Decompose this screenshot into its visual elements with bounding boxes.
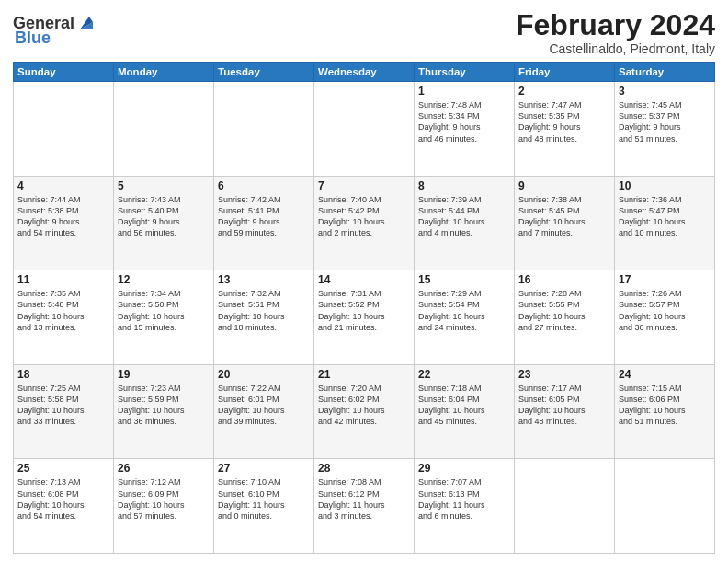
week-row-4: 18Sunrise: 7:25 AMSunset: 5:58 PMDayligh… [14,364,715,459]
cell-info: Sunset: 6:09 PM [118,488,210,500]
cell-info: Sunset: 6:12 PM [318,488,410,500]
cell-info: Daylight: 9 hours [218,216,310,227]
calendar-cell: 6Sunrise: 7:42 AMSunset: 5:41 PMDaylight… [214,176,314,270]
cell-info: and 42 minutes. [318,416,410,427]
cell-info: Sunset: 6:13 PM [418,488,510,500]
day-number: 21 [318,368,410,381]
cell-info: Daylight: 10 hours [518,311,610,322]
cell-info: and 59 minutes. [218,227,310,238]
cell-info: Sunset: 6:04 PM [418,394,510,405]
cell-info: Sunrise: 7:47 AM [518,99,610,110]
cell-info: Daylight: 9 hours [619,121,711,132]
cell-info: Daylight: 10 hours [318,311,410,322]
cell-info: Sunset: 5:44 PM [418,205,510,216]
cell-info: and 30 minutes. [619,322,711,333]
calendar-cell: 18Sunrise: 7:25 AMSunset: 5:58 PMDayligh… [14,364,114,459]
cell-info: Sunset: 6:06 PM [619,394,711,405]
day-number: 7 [318,179,410,192]
cell-info: and 45 minutes. [418,416,510,427]
cell-info: Daylight: 10 hours [518,216,610,227]
cell-info: Sunset: 5:57 PM [619,299,711,310]
calendar-cell: 12Sunrise: 7:34 AMSunset: 5:50 PMDayligh… [114,270,214,365]
calendar-cell: 2Sunrise: 7:47 AMSunset: 5:35 PMDaylight… [515,82,615,177]
cell-info: Sunset: 5:47 PM [619,205,711,216]
calendar-cell: 23Sunrise: 7:17 AMSunset: 6:05 PMDayligh… [515,364,615,459]
cell-info: and 46 minutes. [418,133,510,144]
title-block: February 2024 Castellinaldo, Piedmont, I… [516,9,715,56]
calendar-cell: 3Sunrise: 7:45 AMSunset: 5:37 PMDaylight… [615,82,715,177]
cell-info: Sunrise: 7:26 AM [619,288,711,299]
cell-info: Daylight: 11 hours [418,500,510,511]
cell-info: Sunrise: 7:29 AM [418,288,510,299]
cell-info: Sunset: 5:37 PM [619,110,711,121]
week-row-2: 4Sunrise: 7:44 AMSunset: 5:38 PMDaylight… [14,176,715,270]
cell-info: Sunset: 5:48 PM [17,299,109,310]
page: General Blue February 2024 Castellinaldo… [0,0,728,563]
cell-info: and 33 minutes. [17,416,109,427]
cell-info: Sunset: 5:45 PM [518,205,610,216]
calendar-cell: 1Sunrise: 7:48 AMSunset: 5:34 PMDaylight… [415,82,515,177]
calendar-cell: 20Sunrise: 7:22 AMSunset: 6:01 PMDayligh… [214,364,314,459]
calendar-cell: 16Sunrise: 7:28 AMSunset: 5:55 PMDayligh… [515,270,615,365]
day-number: 23 [518,368,610,381]
cell-info: Sunset: 5:34 PM [418,110,510,121]
day-number: 20 [218,368,310,381]
cell-info: Sunset: 5:52 PM [318,299,410,310]
cell-info: Daylight: 10 hours [518,405,610,416]
cell-info: Sunrise: 7:23 AM [118,383,210,394]
cell-info: Sunset: 5:40 PM [118,205,210,216]
calendar-cell [314,82,415,177]
cell-info: Daylight: 10 hours [619,216,711,227]
cell-info: and 24 minutes. [418,322,510,333]
calendar-cell: 13Sunrise: 7:32 AMSunset: 5:51 PMDayligh… [214,270,314,365]
calendar-cell: 19Sunrise: 7:23 AMSunset: 5:59 PMDayligh… [114,364,214,459]
cell-info: Daylight: 10 hours [17,311,109,322]
cell-info: Sunrise: 7:39 AM [418,194,510,205]
calendar-cell: 11Sunrise: 7:35 AMSunset: 5:48 PMDayligh… [14,270,114,365]
cell-info: Sunrise: 7:40 AM [318,194,410,205]
week-row-3: 11Sunrise: 7:35 AMSunset: 5:48 PMDayligh… [14,270,715,365]
weekday-header-monday: Monday [114,63,214,82]
location: Castellinaldo, Piedmont, Italy [516,41,715,56]
calendar-cell [14,82,114,177]
calendar-cell: 9Sunrise: 7:38 AMSunset: 5:45 PMDaylight… [515,176,615,270]
calendar-cell: 15Sunrise: 7:29 AMSunset: 5:54 PMDayligh… [415,270,515,365]
day-number: 13 [218,273,310,286]
cell-info: and 0 minutes. [218,511,310,522]
cell-info: and 4 minutes. [418,227,510,238]
cell-info: Sunset: 6:05 PM [518,394,610,405]
weekday-header-sunday: Sunday [14,63,114,82]
calendar-cell [214,82,314,177]
day-number: 16 [518,273,610,286]
cell-info: Daylight: 9 hours [118,216,210,227]
cell-info: Daylight: 10 hours [619,405,711,416]
cell-info: Sunset: 5:41 PM [218,205,310,216]
cell-info: and 6 minutes. [418,511,510,522]
calendar-cell: 29Sunrise: 7:07 AMSunset: 6:13 PMDayligh… [415,459,515,554]
cell-info: Daylight: 10 hours [17,405,109,416]
cell-info: and 56 minutes. [118,227,210,238]
cell-info: Sunset: 5:50 PM [118,299,210,310]
day-number: 8 [418,179,510,192]
cell-info: Sunrise: 7:17 AM [518,383,610,394]
cell-info: Daylight: 10 hours [218,405,310,416]
day-number: 14 [318,273,410,286]
cell-info: Sunrise: 7:42 AM [218,194,310,205]
cell-info: and 21 minutes. [318,322,410,333]
week-row-5: 25Sunrise: 7:13 AMSunset: 6:08 PMDayligh… [14,459,715,554]
cell-info: Sunrise: 7:13 AM [17,477,109,488]
day-number: 29 [418,462,510,475]
calendar-cell [515,459,615,554]
cell-info: Sunrise: 7:15 AM [619,383,711,394]
day-number: 22 [418,368,510,381]
header: General Blue February 2024 Castellinaldo… [13,9,715,56]
day-number: 12 [118,273,210,286]
cell-info: and 15 minutes. [118,322,210,333]
cell-info: Daylight: 10 hours [418,405,510,416]
cell-info: Daylight: 10 hours [118,311,210,322]
calendar-table: SundayMondayTuesdayWednesdayThursdayFrid… [13,62,715,554]
cell-info: Daylight: 11 hours [318,500,410,511]
cell-info: and 10 minutes. [619,227,711,238]
day-number: 9 [518,179,610,192]
cell-info: Sunrise: 7:35 AM [17,288,109,299]
